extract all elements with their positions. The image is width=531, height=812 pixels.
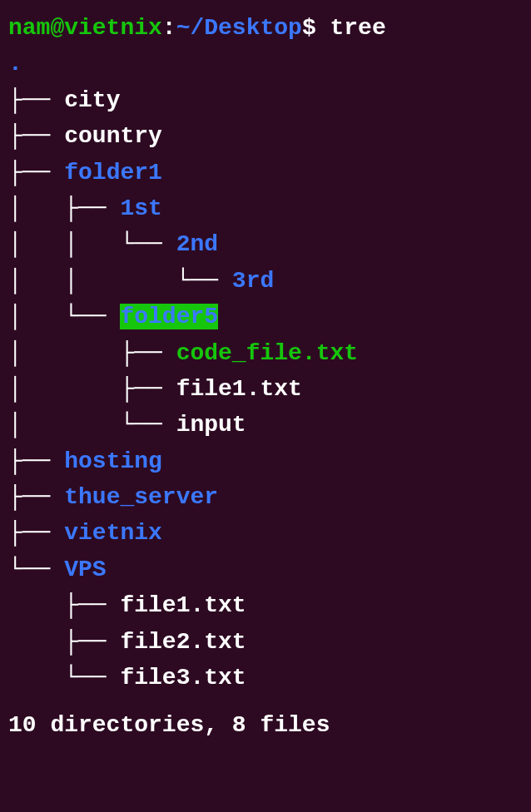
tree-entry-folder1: ├── folder1 — [8, 155, 523, 191]
tree-entry-file1a: │ ├── file1.txt — [8, 371, 523, 407]
file-input: input — [176, 412, 246, 438]
dir-folder5: folder5 — [120, 304, 218, 329]
tree-entry-code-file: │ ├── code_file.txt — [8, 335, 523, 371]
root-dot: . — [8, 51, 22, 77]
dir-vps: VPS — [64, 557, 106, 582]
file-file3: file3.txt — [120, 665, 246, 691]
tree-entry-vietnix: ├── vietnix — [8, 515, 523, 551]
tree-summary: 10 directories, 8 files — [8, 707, 523, 743]
command: tree — [330, 15, 386, 41]
tree-entry-file1b: ├── file1.txt — [8, 587, 523, 623]
file-city: city — [64, 87, 120, 113]
file-file2: file2.txt — [120, 629, 246, 655]
dir-vietnix: vietnix — [64, 520, 162, 546]
tree-entry-vps: └── VPS — [8, 552, 523, 587]
file-country: country — [64, 123, 162, 149]
tree-entry-input: │ └── input — [8, 407, 523, 443]
tree-entry-2nd: │ │ └── 2nd — [8, 226, 523, 262]
tree-entry-hosting: ├── hosting — [8, 443, 523, 479]
file-file1a: file1.txt — [176, 376, 302, 402]
tree-entry-3rd: │ │ └── 3rd — [8, 263, 523, 299]
dollar-sign: $ — [302, 15, 330, 41]
dir-folder1: folder1 — [64, 160, 162, 186]
dir-2nd: 2nd — [176, 231, 218, 257]
tree-entry-thue-server: ├── thue_server — [8, 479, 523, 515]
tree-entry-city: ├── city — [8, 82, 523, 118]
dir-thue-server: thue_server — [64, 484, 218, 510]
dir-3rd: 3rd — [232, 268, 274, 294]
tree-entry-country: ├── country — [8, 118, 523, 154]
file-code-file: code_file.txt — [176, 340, 358, 366]
dir-hosting: hosting — [64, 448, 162, 474]
cwd-path: ~/Desktop — [176, 15, 302, 41]
tree-entry-1st: │ ├── 1st — [8, 191, 523, 226]
colon: : — [162, 15, 176, 41]
tree-root: . — [8, 46, 523, 82]
tree-entry-folder5: │ └── folder5 — [8, 299, 523, 334]
file-file1b: file1.txt — [120, 592, 246, 618]
user-host: nam@vietnix — [8, 15, 162, 41]
tree-entry-file3: └── file3.txt — [8, 660, 523, 696]
shell-prompt: nam@vietnix:~/Desktop$ tree — [8, 10, 523, 46]
dir-1st: 1st — [120, 196, 161, 221]
tree-entry-file2: ├── file2.txt — [8, 624, 523, 660]
